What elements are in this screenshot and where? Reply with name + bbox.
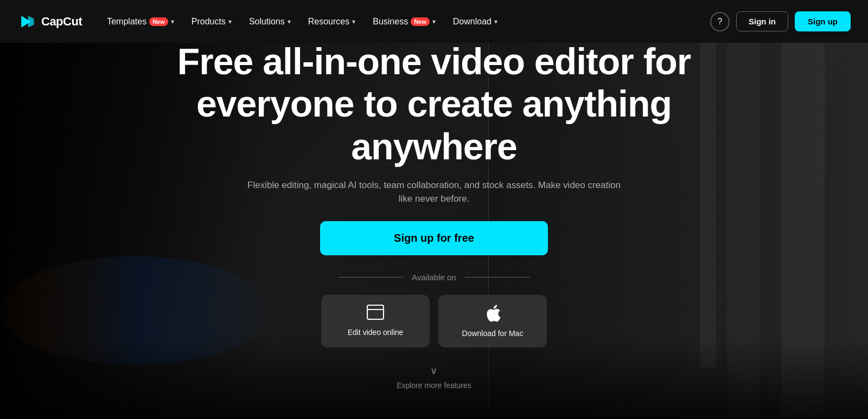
download-mac-button[interactable]: Download for Mac — [438, 295, 547, 347]
nav-right: ? Sign in Sign up — [710, 11, 851, 31]
edit-online-button[interactable]: Edit video online — [321, 295, 430, 347]
available-on-section: Available on — [338, 273, 529, 282]
logo-text: CapCut — [41, 15, 82, 29]
help-button[interactable]: ? — [710, 12, 730, 31]
nav-chevron-download: ▾ — [494, 18, 497, 25]
explore-chevron-icon: ∨ — [430, 365, 437, 377]
nav-label-solutions: Solutions — [249, 17, 285, 27]
nav-label-templates: Templates — [107, 17, 146, 27]
nav-item-download[interactable]: Download ▾ — [445, 12, 505, 31]
download-mac-label: Download for Mac — [462, 329, 524, 338]
nav-item-solutions[interactable]: Solutions ▾ — [241, 12, 298, 31]
logo[interactable]: CapCut — [17, 12, 82, 31]
nav-badge-templates: New — [149, 17, 168, 26]
browser-icon — [367, 305, 384, 324]
nav-chevron-solutions: ▾ — [288, 18, 291, 25]
svg-rect-2 — [367, 305, 384, 319]
nav-chevron-templates: ▾ — [171, 18, 174, 25]
hero-content: Free all-in-one video editor for everyon… — [163, 40, 705, 390]
hero-section: Free all-in-one video editor for everyon… — [0, 0, 868, 419]
nav-item-products[interactable]: Products ▾ — [184, 12, 239, 31]
apple-icon — [485, 305, 500, 325]
nav-chevron-products: ▾ — [228, 18, 232, 25]
nav-chevron-resources: ▾ — [352, 18, 355, 25]
signup-free-button[interactable]: Sign up for free — [320, 221, 548, 255]
platform-buttons: Edit video online Download for Mac — [321, 295, 547, 347]
nav-badge-business: New — [411, 17, 430, 26]
nav-label-download: Download — [453, 17, 492, 27]
nav-chevron-business: ▾ — [432, 18, 436, 25]
available-line-right — [465, 277, 530, 278]
nav-item-resources[interactable]: Resources ▾ — [301, 12, 363, 31]
signup-button[interactable]: Sign up — [795, 11, 851, 31]
navbar: CapCut Templates New ▾ Products ▾ Soluti… — [0, 0, 868, 43]
explore-section: ∨ Explore more features — [397, 365, 471, 390]
nav-label-business: Business — [373, 17, 408, 27]
explore-label: Explore more features — [397, 381, 471, 390]
nav-label-resources: Resources — [308, 17, 349, 27]
signin-button[interactable]: Sign in — [736, 11, 788, 31]
svg-marker-1 — [28, 16, 34, 28]
nav-items: Templates New ▾ Products ▾ Solutions ▾ R… — [99, 12, 706, 31]
hero-title: Free all-in-one video editor for everyon… — [174, 40, 694, 167]
available-on-label: Available on — [412, 273, 456, 282]
nav-item-business[interactable]: Business New ▾ — [365, 12, 443, 31]
nav-label-products: Products — [192, 17, 226, 27]
available-line-left — [338, 277, 403, 278]
edit-online-label: Edit video online — [348, 328, 404, 337]
capcut-logo-icon — [17, 12, 37, 31]
nav-item-templates[interactable]: Templates New ▾ — [99, 12, 182, 31]
help-icon: ? — [718, 17, 723, 27]
hero-subtitle: Flexible editing, magical AI tools, team… — [244, 178, 624, 206]
